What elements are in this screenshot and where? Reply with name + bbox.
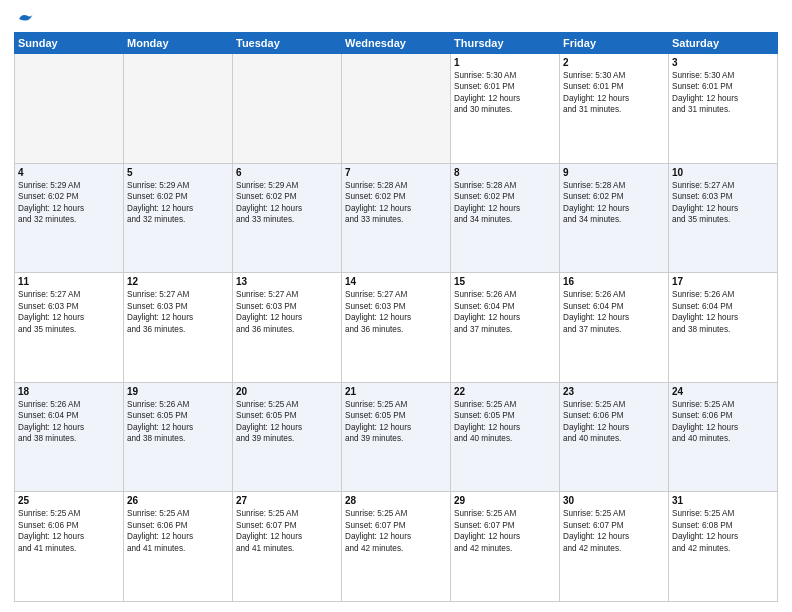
- day-number: 12: [127, 276, 229, 287]
- day-info: Sunrise: 5:25 AM Sunset: 6:05 PM Dayligh…: [454, 399, 556, 445]
- day-number: 14: [345, 276, 447, 287]
- day-info: Sunrise: 5:29 AM Sunset: 6:02 PM Dayligh…: [236, 180, 338, 226]
- logo: [14, 10, 34, 28]
- calendar-cell: 21Sunrise: 5:25 AM Sunset: 6:05 PM Dayli…: [342, 382, 451, 492]
- day-number: 29: [454, 495, 556, 506]
- day-info: Sunrise: 5:25 AM Sunset: 6:05 PM Dayligh…: [236, 399, 338, 445]
- day-number: 25: [18, 495, 120, 506]
- page: SundayMondayTuesdayWednesdayThursdayFrid…: [0, 0, 792, 612]
- calendar-cell: [124, 54, 233, 164]
- day-number: 17: [672, 276, 774, 287]
- day-number: 11: [18, 276, 120, 287]
- calendar-cell: 19Sunrise: 5:26 AM Sunset: 6:05 PM Dayli…: [124, 382, 233, 492]
- day-info: Sunrise: 5:25 AM Sunset: 6:07 PM Dayligh…: [236, 508, 338, 554]
- day-info: Sunrise: 5:28 AM Sunset: 6:02 PM Dayligh…: [454, 180, 556, 226]
- day-info: Sunrise: 5:27 AM Sunset: 6:03 PM Dayligh…: [127, 289, 229, 335]
- day-number: 31: [672, 495, 774, 506]
- calendar-cell: 1Sunrise: 5:30 AM Sunset: 6:01 PM Daylig…: [451, 54, 560, 164]
- day-info: Sunrise: 5:25 AM Sunset: 6:08 PM Dayligh…: [672, 508, 774, 554]
- day-number: 20: [236, 386, 338, 397]
- calendar-cell: 23Sunrise: 5:25 AM Sunset: 6:06 PM Dayli…: [560, 382, 669, 492]
- calendar-header-monday: Monday: [124, 33, 233, 54]
- day-number: 27: [236, 495, 338, 506]
- day-info: Sunrise: 5:25 AM Sunset: 6:07 PM Dayligh…: [345, 508, 447, 554]
- day-number: 1: [454, 57, 556, 68]
- calendar-cell: 30Sunrise: 5:25 AM Sunset: 6:07 PM Dayli…: [560, 492, 669, 602]
- calendar-cell: 17Sunrise: 5:26 AM Sunset: 6:04 PM Dayli…: [669, 273, 778, 383]
- calendar-week-1: 1Sunrise: 5:30 AM Sunset: 6:01 PM Daylig…: [15, 54, 778, 164]
- calendar-cell: 13Sunrise: 5:27 AM Sunset: 6:03 PM Dayli…: [233, 273, 342, 383]
- day-number: 23: [563, 386, 665, 397]
- day-info: Sunrise: 5:26 AM Sunset: 6:04 PM Dayligh…: [672, 289, 774, 335]
- calendar-cell: 7Sunrise: 5:28 AM Sunset: 6:02 PM Daylig…: [342, 163, 451, 273]
- calendar-week-2: 4Sunrise: 5:29 AM Sunset: 6:02 PM Daylig…: [15, 163, 778, 273]
- day-info: Sunrise: 5:26 AM Sunset: 6:05 PM Dayligh…: [127, 399, 229, 445]
- calendar-cell: 12Sunrise: 5:27 AM Sunset: 6:03 PM Dayli…: [124, 273, 233, 383]
- day-info: Sunrise: 5:25 AM Sunset: 6:06 PM Dayligh…: [563, 399, 665, 445]
- day-number: 13: [236, 276, 338, 287]
- calendar-cell: 15Sunrise: 5:26 AM Sunset: 6:04 PM Dayli…: [451, 273, 560, 383]
- calendar-header-saturday: Saturday: [669, 33, 778, 54]
- day-info: Sunrise: 5:25 AM Sunset: 6:06 PM Dayligh…: [127, 508, 229, 554]
- calendar-header-thursday: Thursday: [451, 33, 560, 54]
- calendar-cell: 2Sunrise: 5:30 AM Sunset: 6:01 PM Daylig…: [560, 54, 669, 164]
- day-info: Sunrise: 5:28 AM Sunset: 6:02 PM Dayligh…: [345, 180, 447, 226]
- day-info: Sunrise: 5:25 AM Sunset: 6:06 PM Dayligh…: [672, 399, 774, 445]
- day-info: Sunrise: 5:27 AM Sunset: 6:03 PM Dayligh…: [236, 289, 338, 335]
- day-number: 9: [563, 167, 665, 178]
- calendar-cell: 28Sunrise: 5:25 AM Sunset: 6:07 PM Dayli…: [342, 492, 451, 602]
- day-info: Sunrise: 5:25 AM Sunset: 6:06 PM Dayligh…: [18, 508, 120, 554]
- calendar-header-sunday: Sunday: [15, 33, 124, 54]
- day-info: Sunrise: 5:25 AM Sunset: 6:05 PM Dayligh…: [345, 399, 447, 445]
- day-info: Sunrise: 5:27 AM Sunset: 6:03 PM Dayligh…: [345, 289, 447, 335]
- day-info: Sunrise: 5:30 AM Sunset: 6:01 PM Dayligh…: [672, 70, 774, 116]
- day-info: Sunrise: 5:29 AM Sunset: 6:02 PM Dayligh…: [127, 180, 229, 226]
- logo-icon: [16, 10, 34, 28]
- header: [14, 10, 778, 28]
- calendar-table: SundayMondayTuesdayWednesdayThursdayFrid…: [14, 32, 778, 602]
- calendar-cell: 29Sunrise: 5:25 AM Sunset: 6:07 PM Dayli…: [451, 492, 560, 602]
- calendar-header-wednesday: Wednesday: [342, 33, 451, 54]
- calendar-cell: 20Sunrise: 5:25 AM Sunset: 6:05 PM Dayli…: [233, 382, 342, 492]
- calendar-cell: [342, 54, 451, 164]
- calendar-week-4: 18Sunrise: 5:26 AM Sunset: 6:04 PM Dayli…: [15, 382, 778, 492]
- day-number: 10: [672, 167, 774, 178]
- day-number: 18: [18, 386, 120, 397]
- day-number: 16: [563, 276, 665, 287]
- day-info: Sunrise: 5:29 AM Sunset: 6:02 PM Dayligh…: [18, 180, 120, 226]
- calendar-cell: 22Sunrise: 5:25 AM Sunset: 6:05 PM Dayli…: [451, 382, 560, 492]
- day-number: 21: [345, 386, 447, 397]
- calendar-cell: 9Sunrise: 5:28 AM Sunset: 6:02 PM Daylig…: [560, 163, 669, 273]
- calendar-week-3: 11Sunrise: 5:27 AM Sunset: 6:03 PM Dayli…: [15, 273, 778, 383]
- calendar-cell: 26Sunrise: 5:25 AM Sunset: 6:06 PM Dayli…: [124, 492, 233, 602]
- day-info: Sunrise: 5:26 AM Sunset: 6:04 PM Dayligh…: [454, 289, 556, 335]
- day-number: 3: [672, 57, 774, 68]
- calendar-cell: [15, 54, 124, 164]
- calendar-header-row: SundayMondayTuesdayWednesdayThursdayFrid…: [15, 33, 778, 54]
- calendar-cell: 27Sunrise: 5:25 AM Sunset: 6:07 PM Dayli…: [233, 492, 342, 602]
- day-info: Sunrise: 5:28 AM Sunset: 6:02 PM Dayligh…: [563, 180, 665, 226]
- calendar-week-5: 25Sunrise: 5:25 AM Sunset: 6:06 PM Dayli…: [15, 492, 778, 602]
- day-number: 15: [454, 276, 556, 287]
- calendar-cell: 25Sunrise: 5:25 AM Sunset: 6:06 PM Dayli…: [15, 492, 124, 602]
- day-info: Sunrise: 5:25 AM Sunset: 6:07 PM Dayligh…: [454, 508, 556, 554]
- calendar-cell: 16Sunrise: 5:26 AM Sunset: 6:04 PM Dayli…: [560, 273, 669, 383]
- calendar-cell: 5Sunrise: 5:29 AM Sunset: 6:02 PM Daylig…: [124, 163, 233, 273]
- calendar-header-tuesday: Tuesday: [233, 33, 342, 54]
- day-info: Sunrise: 5:25 AM Sunset: 6:07 PM Dayligh…: [563, 508, 665, 554]
- day-number: 22: [454, 386, 556, 397]
- day-number: 24: [672, 386, 774, 397]
- day-number: 5: [127, 167, 229, 178]
- day-info: Sunrise: 5:26 AM Sunset: 6:04 PM Dayligh…: [563, 289, 665, 335]
- day-number: 7: [345, 167, 447, 178]
- day-info: Sunrise: 5:26 AM Sunset: 6:04 PM Dayligh…: [18, 399, 120, 445]
- calendar-cell: 24Sunrise: 5:25 AM Sunset: 6:06 PM Dayli…: [669, 382, 778, 492]
- day-info: Sunrise: 5:30 AM Sunset: 6:01 PM Dayligh…: [563, 70, 665, 116]
- day-number: 6: [236, 167, 338, 178]
- calendar-cell: 18Sunrise: 5:26 AM Sunset: 6:04 PM Dayli…: [15, 382, 124, 492]
- day-number: 8: [454, 167, 556, 178]
- day-number: 4: [18, 167, 120, 178]
- day-number: 30: [563, 495, 665, 506]
- day-info: Sunrise: 5:27 AM Sunset: 6:03 PM Dayligh…: [672, 180, 774, 226]
- calendar-cell: 8Sunrise: 5:28 AM Sunset: 6:02 PM Daylig…: [451, 163, 560, 273]
